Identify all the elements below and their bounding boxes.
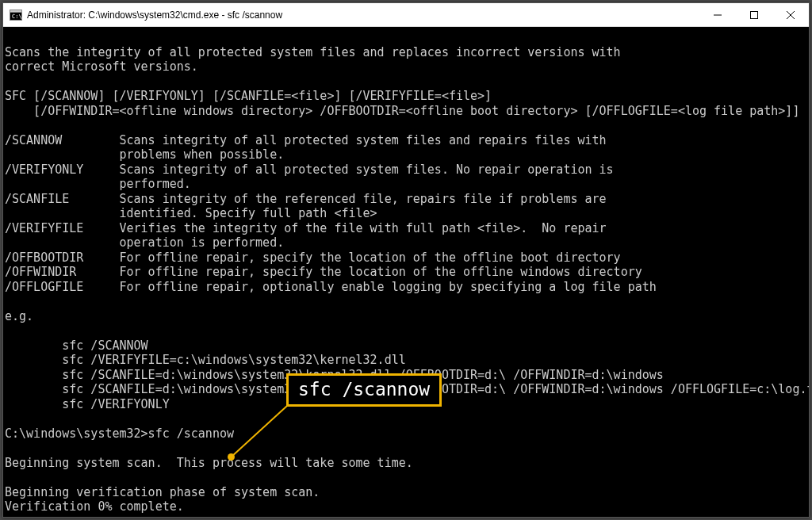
svg-rect-4 xyxy=(751,11,758,18)
close-button[interactable] xyxy=(772,3,809,27)
cmd-icon: C:\ xyxy=(10,9,22,21)
callout-box: sfc /scannow xyxy=(286,373,442,407)
terminal-output[interactable]: Scans the integrity of all protected sys… xyxy=(3,27,809,517)
callout-dot xyxy=(228,453,235,461)
window-title: Administrator: C:\windows\system32\cmd.e… xyxy=(27,10,699,21)
svg-text:C:\: C:\ xyxy=(12,13,22,20)
svg-rect-1 xyxy=(10,10,22,12)
titlebar[interactable]: C:\ Administrator: C:\windows\system32\c… xyxy=(3,3,809,27)
callout-text: sfc /scannow xyxy=(298,379,430,400)
cmd-window: C:\ Administrator: C:\windows\system32\c… xyxy=(2,2,810,518)
minimize-button[interactable] xyxy=(699,3,736,27)
maximize-button[interactable] xyxy=(736,3,772,27)
